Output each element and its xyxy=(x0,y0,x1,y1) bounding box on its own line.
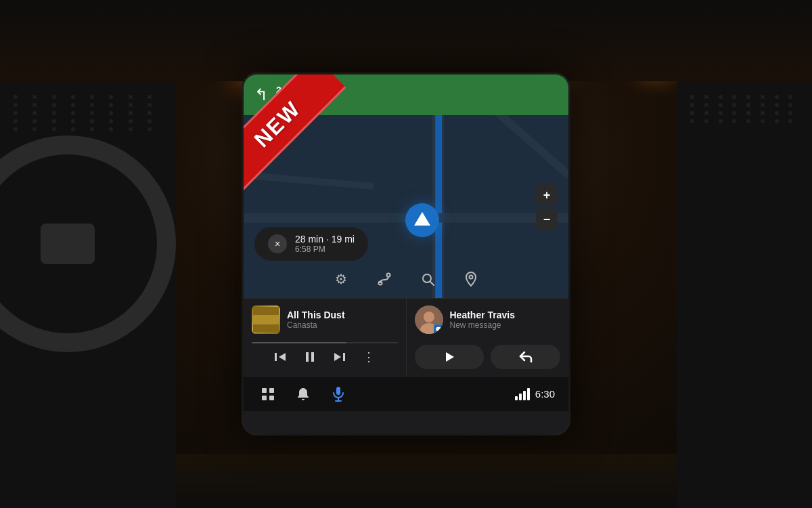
search-icon[interactable] xyxy=(415,267,440,291)
system-icons-left xyxy=(257,383,349,405)
play-pause-button[interactable] xyxy=(300,347,319,366)
svg-rect-24 xyxy=(262,388,267,393)
navigation-arrow xyxy=(405,203,439,237)
play-message-button[interactable] xyxy=(415,345,484,369)
notifications-icon[interactable] xyxy=(292,383,314,405)
next-button[interactable] xyxy=(330,347,349,366)
progress-bar xyxy=(252,342,398,343)
svg-rect-11 xyxy=(253,307,279,315)
message-app-badge: 💬 xyxy=(434,324,443,334)
svg-point-6 xyxy=(387,274,390,277)
zoom-controls: + − xyxy=(536,184,558,230)
zoom-out-button[interactable]: − xyxy=(536,209,558,230)
system-status-right: 6:30 xyxy=(515,388,555,400)
svg-rect-19 xyxy=(343,353,345,361)
album-art xyxy=(252,305,280,334)
zoom-in-button[interactable]: + xyxy=(536,184,558,206)
settings-icon[interactable]: ⚙ xyxy=(329,267,353,291)
contact-avatar: 💬 xyxy=(415,305,443,334)
eta-info: 28 min · 19 mi 6:58 PM xyxy=(295,234,355,254)
music-controls: ⋮ xyxy=(252,347,398,366)
turn-info: 2 mi 101 xyxy=(276,85,295,105)
svg-rect-16 xyxy=(306,352,309,362)
speaker-grille-right xyxy=(677,81,812,137)
svg-rect-27 xyxy=(269,396,274,400)
message-info: Heather Travis New message xyxy=(450,310,561,330)
svg-marker-23 xyxy=(446,352,454,362)
android-auto-screen: NEW ↰ 2 mi 101 xyxy=(244,75,568,433)
turn-arrow-icon: ↰ xyxy=(254,85,268,104)
route-icon[interactable] xyxy=(372,267,397,291)
dashboard-top xyxy=(0,0,812,81)
signal-bar-2 xyxy=(519,394,522,400)
svg-point-7 xyxy=(423,274,431,282)
bottom-cards: All This Dust Canasta xyxy=(244,298,568,376)
signal-bar-3 xyxy=(523,391,526,400)
svg-rect-12 xyxy=(253,315,279,324)
svg-rect-13 xyxy=(253,324,279,333)
more-button[interactable]: ⋮ xyxy=(360,347,379,366)
chat-badge-icon: 💬 xyxy=(435,326,442,333)
svg-point-21 xyxy=(424,312,434,322)
svg-line-8 xyxy=(430,282,434,285)
apps-icon[interactable] xyxy=(257,383,279,405)
car-background: NEW ↰ 2 mi 101 xyxy=(0,0,812,508)
svg-rect-28 xyxy=(336,387,340,395)
song-artist: Canasta xyxy=(287,320,398,330)
svg-rect-26 xyxy=(262,396,267,400)
speaker-grille-left xyxy=(0,81,176,145)
eta-bar: × 28 min · 19 mi 6:58 PM xyxy=(254,227,368,261)
turn-distance: 2 mi xyxy=(276,85,295,96)
turn-banner: ↰ 2 mi 101 xyxy=(244,75,568,115)
message-card: 💬 Heather Travis New message xyxy=(407,299,569,376)
turn-street: 101 xyxy=(276,96,295,105)
signal-bars xyxy=(515,388,530,400)
music-header: All This Dust Canasta xyxy=(252,305,398,334)
svg-line-4 xyxy=(244,175,374,187)
close-icon: × xyxy=(275,238,280,249)
pin-icon[interactable] xyxy=(459,267,483,291)
album-art-inner xyxy=(253,307,279,333)
prev-button[interactable] xyxy=(271,347,290,366)
message-sender: Heather Travis xyxy=(450,310,561,320)
map-area[interactable]: ↰ 2 mi 101 ◎ + − × xyxy=(244,75,568,298)
message-preview: New message xyxy=(450,320,561,330)
signal-bar-4 xyxy=(527,388,530,400)
message-header: 💬 Heather Travis New message xyxy=(415,305,561,334)
dash-right xyxy=(677,81,812,508)
nav-arrow-triangle xyxy=(414,212,430,226)
svg-marker-14 xyxy=(279,353,286,361)
message-actions xyxy=(415,345,561,369)
play-indicator xyxy=(252,333,280,334)
progress-fill xyxy=(252,342,346,343)
music-card: All This Dust Canasta xyxy=(244,299,407,376)
song-title: All This Dust xyxy=(287,310,398,320)
map-control-icons: ⚙ xyxy=(329,267,483,291)
eta-close-button[interactable]: × xyxy=(268,234,287,253)
svg-rect-17 xyxy=(311,352,314,362)
signal-bar-1 xyxy=(515,396,518,400)
svg-marker-18 xyxy=(334,353,341,361)
reply-button[interactable] xyxy=(491,345,560,369)
microphone-icon[interactable] xyxy=(328,383,349,405)
svg-point-9 xyxy=(470,276,473,279)
svg-rect-25 xyxy=(269,388,274,393)
system-clock: 6:30 xyxy=(535,388,555,400)
eta-arrival: 6:58 PM xyxy=(295,245,355,254)
music-info: All This Dust Canasta xyxy=(287,310,398,330)
svg-rect-15 xyxy=(275,353,277,361)
system-bar: 6:30 xyxy=(244,376,568,411)
eta-time: 28 min · 19 mi xyxy=(295,234,355,245)
